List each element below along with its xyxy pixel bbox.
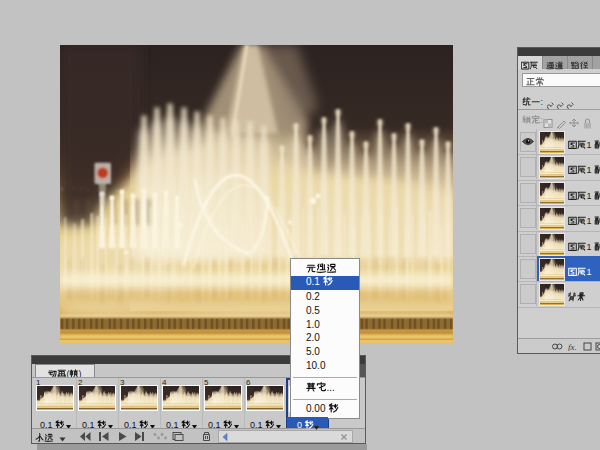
svg-text:0.00: 0.00 [306,403,326,414]
svg-text:1: 1 [586,216,591,226]
svg-text:1: 1 [586,242,591,252]
svg-text:1: 1 [586,191,591,201]
svg-text:1: 1 [586,140,591,150]
svg-text::: : [540,97,543,107]
svg-text:1: 1 [586,267,591,277]
svg-text:...: ... [326,382,334,393]
svg-text:0: 0 [297,420,302,430]
svg-text:fx.: fx. [568,342,577,351]
svg-text:0.1: 0.1 [306,276,320,287]
svg-text:1: 1 [586,165,591,175]
